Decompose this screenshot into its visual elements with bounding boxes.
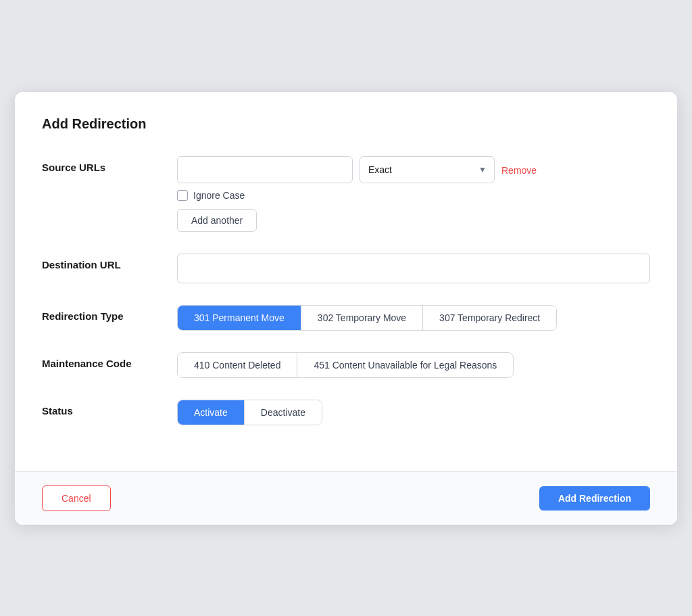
maintenance-code-group: 410 Content Deleted 451 Content Unavaila… xyxy=(177,352,514,378)
ignore-case-checkbox[interactable] xyxy=(177,190,188,201)
add-redirection-modal: Add Redirection Source URLs Exact Regex … xyxy=(15,92,677,525)
modal-footer: Cancel Add Redirection xyxy=(15,471,677,525)
redirection-type-307[interactable]: 307 Temporary Redirect xyxy=(423,306,556,330)
modal-body: Add Redirection Source URLs Exact Regex … xyxy=(15,92,677,471)
match-type-wrapper: Exact Regex Starts With ▼ xyxy=(360,156,495,183)
cancel-button[interactable]: Cancel xyxy=(42,485,111,511)
ignore-case-row: Ignore Case xyxy=(177,190,650,201)
destination-url-control xyxy=(177,254,650,283)
source-urls-control: Exact Regex Starts With ▼ Remove Ignore … xyxy=(177,156,650,232)
status-label: Status xyxy=(42,400,177,417)
submit-button[interactable]: Add Redirection xyxy=(539,486,650,511)
status-control: Activate Deactivate xyxy=(177,400,650,425)
redirection-type-row: Redirection Type 301 Permanent Move 302 … xyxy=(42,305,650,331)
source-urls-row: Source URLs Exact Regex Starts With ▼ Re… xyxy=(42,156,650,232)
status-row: Status Activate Deactivate xyxy=(42,400,650,425)
ignore-case-label: Ignore Case xyxy=(193,190,245,201)
redirection-type-control: 301 Permanent Move 302 Temporary Move 30… xyxy=(177,305,650,331)
maintenance-code-row: Maintenance Code 410 Content Deleted 451… xyxy=(42,352,650,378)
remove-link[interactable]: Remove xyxy=(501,164,537,176)
match-type-select[interactable]: Exact Regex Starts With xyxy=(360,156,495,183)
status-activate[interactable]: Activate xyxy=(178,400,245,425)
maintenance-code-label: Maintenance Code xyxy=(42,352,177,369)
source-url-input-row: Exact Regex Starts With ▼ Remove xyxy=(177,156,650,183)
maintenance-code-control: 410 Content Deleted 451 Content Unavaila… xyxy=(177,352,650,378)
source-urls-label: Source URLs xyxy=(42,156,177,173)
source-url-input[interactable] xyxy=(177,156,353,183)
destination-url-input[interactable] xyxy=(177,254,650,283)
status-deactivate[interactable]: Deactivate xyxy=(245,400,322,425)
maintenance-code-410[interactable]: 410 Content Deleted xyxy=(178,353,297,377)
add-another-button[interactable]: Add another xyxy=(177,209,257,232)
destination-url-row: Destination URL xyxy=(42,254,650,283)
maintenance-code-451[interactable]: 451 Content Unavailable for Legal Reason… xyxy=(297,353,513,377)
redirection-type-302[interactable]: 302 Temporary Move xyxy=(301,306,423,330)
redirection-type-group: 301 Permanent Move 302 Temporary Move 30… xyxy=(177,305,557,331)
destination-url-label: Destination URL xyxy=(42,254,177,270)
modal-title: Add Redirection xyxy=(42,116,650,132)
redirection-type-label: Redirection Type xyxy=(42,305,177,322)
status-group: Activate Deactivate xyxy=(177,400,322,425)
redirection-type-301[interactable]: 301 Permanent Move xyxy=(178,306,301,330)
